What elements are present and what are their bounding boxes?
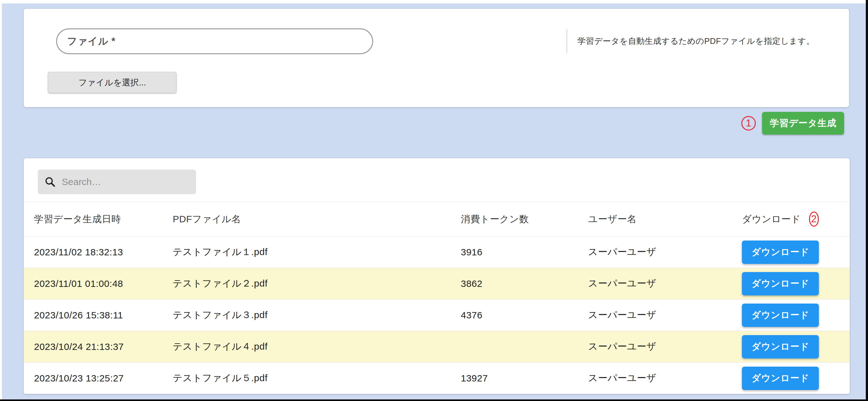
download-button[interactable]: ダウンロード <box>742 304 819 327</box>
cell-datetime: 2023/10/23 13:25:27 <box>34 363 124 394</box>
history-table-card: 学習データ生成日時 PDFファイル名 消費トークン数 ユーザー名 ダウンロード … <box>24 158 850 394</box>
cell-username: スーパーユーザ <box>588 300 656 331</box>
cell-tokens: 13927 <box>461 363 488 394</box>
cell-datetime: 2023/10/26 15:38:11 <box>34 300 123 331</box>
column-header-tokens[interactable]: 消費トークン数 <box>461 202 529 236</box>
download-button[interactable]: ダウンロード <box>742 335 819 359</box>
table-header-row: 学習データ生成日時 PDFファイル名 消費トークン数 ユーザー名 ダウンロード … <box>24 202 850 237</box>
table-row: 2023/11/02 18:32:13 テストファイル１.pdf 3916 スー… <box>24 237 850 268</box>
column-header-download[interactable]: ダウンロード 2 <box>742 202 819 236</box>
table-body: 2023/11/02 18:32:13 テストファイル１.pdf 3916 スー… <box>24 237 850 394</box>
table-row: 2023/11/01 01:00:48 テストファイル２.pdf 3862 スー… <box>24 268 850 300</box>
cell-datetime: 2023/11/02 18:32:13 <box>34 237 123 268</box>
table-row: 2023/10/24 21:13:37 テストファイル４.pdf スーパーユーザ… <box>24 331 850 363</box>
download-button[interactable]: ダウンロード <box>742 241 819 264</box>
cell-tokens: 3916 <box>461 237 483 268</box>
cell-username: スーパーユーザ <box>588 331 656 362</box>
search-input[interactable] <box>62 177 190 187</box>
upload-form-card: ファイル * ファイルを選択... 学習データを自動生成するためのPDFファイル… <box>24 9 849 107</box>
column-header-filename[interactable]: PDFファイル名 <box>173 202 241 236</box>
annotation-circle-2: 2 <box>809 212 819 227</box>
annotation-circle-1: 1 <box>741 116 756 130</box>
choose-file-button[interactable]: ファイルを選択... <box>48 72 177 93</box>
cell-filename: テストファイル４.pdf <box>173 331 268 362</box>
cell-tokens: 4376 <box>461 300 483 331</box>
generate-training-data-button[interactable]: 学習データ生成 <box>762 112 844 134</box>
search-icon <box>44 176 56 188</box>
cell-filename: テストファイル３.pdf <box>173 300 268 331</box>
help-divider <box>566 29 567 53</box>
screenshot-frame-bottom <box>0 399 868 401</box>
column-header-download-label: ダウンロード <box>742 213 801 226</box>
cell-datetime: 2023/11/01 01:00:48 <box>34 268 123 299</box>
cell-username: スーパーユーザ <box>588 237 656 268</box>
cell-tokens: 3862 <box>461 268 483 299</box>
search-box[interactable] <box>38 169 196 194</box>
file-field-label: ファイル * <box>67 35 116 48</box>
file-input-field[interactable]: ファイル * <box>56 28 373 54</box>
cell-filename: テストファイル１.pdf <box>173 237 268 268</box>
download-button[interactable]: ダウンロード <box>742 367 819 390</box>
table-row: 2023/10/23 13:25:27 テストファイル５.pdf 13927 ス… <box>24 363 850 394</box>
table-row: 2023/10/26 15:38:11 テストファイル３.pdf 4376 スー… <box>24 300 850 331</box>
cell-datetime: 2023/10/24 21:13:37 <box>34 331 124 362</box>
screenshot-frame-right <box>866 0 868 401</box>
column-header-username[interactable]: ユーザー名 <box>588 202 637 236</box>
cell-username: スーパーユーザ <box>588 268 656 299</box>
file-help-text: 学習データを自動生成するためのPDFファイルを指定します。 <box>578 29 814 53</box>
cell-filename: テストファイル２.pdf <box>173 268 268 299</box>
column-header-datetime[interactable]: 学習データ生成日時 <box>34 202 121 236</box>
cell-filename: テストファイル５.pdf <box>173 363 268 394</box>
download-button[interactable]: ダウンロード <box>742 272 819 296</box>
cell-username: スーパーユーザ <box>588 363 656 394</box>
